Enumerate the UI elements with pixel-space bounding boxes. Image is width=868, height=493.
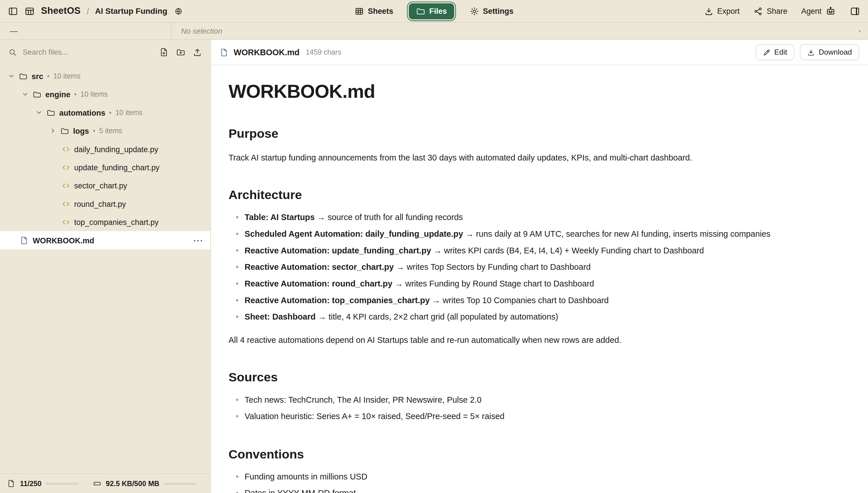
document-scroll-area[interactable]: WORKBOOK.mdPurposeTrack AI startup fundi… bbox=[211, 65, 868, 493]
document-icon bbox=[220, 48, 229, 57]
share-icon bbox=[753, 6, 763, 16]
tree-file-round_chart.py[interactable]: round_chart.py bbox=[0, 195, 210, 213]
main-tabs: Sheets Files Settings bbox=[355, 3, 513, 19]
item-separator: • bbox=[74, 90, 77, 98]
doc-h2: Architecture bbox=[229, 188, 819, 202]
tree-file-top_companies_chart.py[interactable]: top_companies_chart.py bbox=[0, 213, 210, 231]
right-panel-icon[interactable] bbox=[850, 6, 861, 16]
file-sidebar: src•10 itemsengine•10 itemsautomations•1… bbox=[0, 40, 211, 493]
doc-bullet: Reactive Automation: sector_chart.py → w… bbox=[245, 261, 819, 274]
tree-folder-logs[interactable]: logs•5 items bbox=[0, 122, 210, 140]
item-count: 10 items bbox=[80, 90, 107, 99]
storage-label: 92.5 KB/500 MB bbox=[106, 479, 159, 488]
tree-file-update_funding_chart.py[interactable]: update_funding_chart.py bbox=[0, 158, 210, 176]
share-label: Share bbox=[767, 7, 787, 16]
top-actions: Export Share Agent bbox=[704, 6, 860, 16]
tree-folder-src[interactable]: src•10 items bbox=[0, 67, 210, 85]
export-icon bbox=[704, 6, 713, 16]
doc-bullet: Tech news: TechCrunch, The AI Insider, P… bbox=[245, 394, 819, 406]
code-icon bbox=[61, 163, 70, 172]
doc-list: Funding amounts in millions USDDates in … bbox=[229, 470, 819, 493]
export-label: Export bbox=[717, 7, 740, 16]
item-separator: • bbox=[109, 109, 112, 116]
tab-settings[interactable]: Settings bbox=[470, 6, 513, 16]
ellipsis-icon[interactable]: ··· bbox=[194, 236, 204, 245]
new-file-button[interactable] bbox=[160, 47, 169, 57]
export-button[interactable]: Export bbox=[704, 6, 740, 16]
preview-filename: WORKBOOK.md bbox=[234, 47, 300, 57]
tree-item-label: WORKBOOK.md bbox=[33, 236, 94, 245]
doc-h2: Conventions bbox=[229, 447, 819, 462]
tree-folder-automations[interactable]: automations•10 items bbox=[0, 103, 210, 121]
doc-h2: Sources bbox=[229, 370, 819, 385]
tree-file-sector_chart.py[interactable]: sector_chart.py bbox=[0, 176, 210, 194]
item-count: 5 items bbox=[99, 127, 122, 135]
item-separator: • bbox=[47, 72, 49, 80]
selection-status: No selection bbox=[171, 27, 859, 35]
chevron-right-icon bbox=[49, 127, 57, 134]
tree-item-label: round_chart.py bbox=[74, 199, 126, 208]
doc-bullet: Reactive Automation: top_companies_chart… bbox=[245, 294, 819, 307]
download-label: Download bbox=[819, 48, 852, 56]
app-logo-icon[interactable] bbox=[24, 6, 35, 16]
tree-item-label: automations bbox=[59, 108, 105, 117]
tree-file-daily_funding_update.py[interactable]: daily_funding_update.py bbox=[0, 140, 210, 158]
files-count-icon bbox=[7, 479, 16, 488]
filter-settings-icon[interactable] bbox=[859, 26, 868, 36]
edit-button[interactable]: Edit bbox=[755, 44, 794, 60]
folder-icon bbox=[60, 126, 69, 135]
tab-label: Sheets bbox=[368, 7, 393, 16]
tree-item-label: src bbox=[32, 72, 43, 81]
tree-item-label: update_funding_chart.py bbox=[74, 163, 160, 172]
storage-progress-track bbox=[164, 483, 196, 485]
tab-files[interactable]: Files bbox=[409, 3, 454, 19]
sidebar-toggle-icon[interactable] bbox=[8, 6, 18, 16]
search-icon bbox=[8, 48, 17, 56]
code-icon bbox=[61, 217, 70, 227]
doc-bullet: Scheduled Agent Automation: daily_fundin… bbox=[245, 228, 819, 240]
download-button[interactable]: Download bbox=[800, 44, 859, 60]
search-input[interactable] bbox=[22, 47, 154, 57]
share-button[interactable]: Share bbox=[753, 6, 787, 16]
globe-icon[interactable] bbox=[175, 7, 183, 15]
folder-icon bbox=[33, 90, 41, 99]
gear-icon bbox=[470, 6, 479, 16]
preview-actions: Edit Download bbox=[755, 44, 859, 60]
doc-h2: Purpose bbox=[229, 127, 819, 141]
agent-button[interactable]: Agent bbox=[801, 6, 836, 16]
new-folder-button[interactable] bbox=[176, 47, 185, 57]
tree-item-label: logs bbox=[73, 126, 89, 135]
top-bar: SheetOS / AI Startup Funding Sheets File… bbox=[0, 0, 868, 22]
folder-icon bbox=[416, 6, 425, 16]
folder-icon bbox=[46, 108, 55, 117]
tab-sheets[interactable]: Sheets bbox=[355, 6, 393, 16]
item-separator: • bbox=[93, 127, 95, 135]
breadcrumb-separator: / bbox=[87, 6, 89, 16]
tree-item-label: daily_funding_update.py bbox=[74, 145, 158, 154]
file-preview-panel: WORKBOOK.md 1459 chars Edit Download bbox=[211, 40, 868, 493]
file-toolbar bbox=[160, 47, 202, 57]
storage-icon bbox=[93, 479, 101, 488]
upload-button[interactable] bbox=[193, 47, 202, 57]
tree-item-label: engine bbox=[45, 90, 70, 99]
doc-bullet: Reactive Automation: round_chart.py → wr… bbox=[245, 278, 819, 290]
tree-item-label: top_companies_chart.py bbox=[74, 217, 159, 227]
folder-icon bbox=[19, 72, 28, 81]
usage-bar: 11/250 92.5 KB/500 MB bbox=[0, 473, 210, 493]
doc-h1: WORKBOOK.md bbox=[229, 81, 819, 102]
tree-file-WORKBOOK.md[interactable]: WORKBOOK.md··· bbox=[0, 231, 210, 249]
item-count: 10 items bbox=[116, 108, 143, 117]
files-usage: 11/250 bbox=[7, 479, 78, 488]
edit-label: Edit bbox=[774, 48, 787, 56]
agent-icon bbox=[825, 6, 836, 16]
doc-bullet: Funding amounts in millions USD bbox=[245, 470, 819, 483]
formula-bar: — No selection bbox=[0, 22, 868, 40]
doc-list: Table: AI Startups → source of truth for… bbox=[229, 211, 819, 323]
workbook-title[interactable]: AI Startup Funding bbox=[95, 7, 167, 16]
doc-bullet: Sheet: Dashboard → title, 4 KPI cards, 2… bbox=[245, 311, 819, 323]
preview-header: WORKBOOK.md 1459 chars Edit Download bbox=[211, 40, 868, 65]
cell-reference: — bbox=[0, 23, 171, 39]
tab-label: Settings bbox=[483, 7, 513, 16]
tree-folder-engine[interactable]: engine•10 items bbox=[0, 85, 210, 103]
doc-bullet: Reactive Automation: update_funding_char… bbox=[245, 244, 819, 257]
